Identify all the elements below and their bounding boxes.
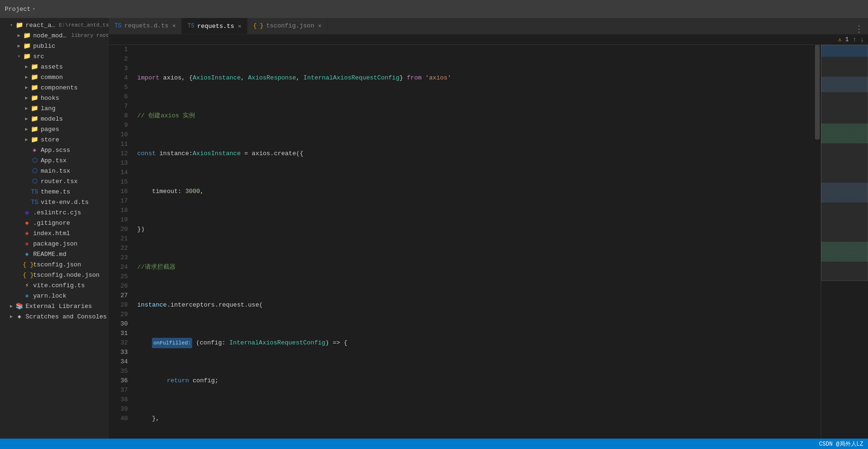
sidebar-item-store[interactable]: ▶ 📁 store bbox=[0, 134, 109, 145]
md-icon: ◈ bbox=[23, 250, 31, 258]
tab-requets-d-ts[interactable]: TS requets.d.ts ✕ bbox=[109, 18, 182, 34]
sidebar-item-label: vite.config.ts bbox=[33, 282, 85, 289]
tab-close-button[interactable]: ✕ bbox=[172, 22, 176, 29]
line-num-30: 30 bbox=[111, 319, 128, 329]
sidebar-item-models[interactable]: ▶ 📁 models bbox=[0, 114, 109, 124]
var-instance: instance bbox=[137, 300, 167, 310]
sidebar-item-label: .gitignore bbox=[33, 220, 70, 227]
sidebar-item-main-tsx[interactable]: ▶ ⬡ main.tsx bbox=[0, 166, 109, 176]
sidebar-item-label: react_antd_ts bbox=[26, 22, 56, 29]
line-num-4: 4 bbox=[111, 73, 128, 83]
sidebar-item-external-libraries[interactable]: ▶ 📚 External Libraries bbox=[0, 301, 109, 311]
json-icon: { } bbox=[23, 272, 31, 279]
tab-tsconfig-json[interactable]: { } tsconfig.json ✕ bbox=[248, 18, 328, 34]
watermark-text: CSDN @局外人LZ bbox=[819, 440, 863, 448]
sidebar-item-label: assets bbox=[41, 63, 63, 70]
tab-requets-ts[interactable]: TS requets.ts ✕ bbox=[182, 18, 248, 34]
sidebar-item-src[interactable]: ▾ 📁 src bbox=[0, 51, 109, 62]
sidebar-item-index-html[interactable]: ▶ ◈ index.html bbox=[0, 228, 109, 238]
sidebar-item-hooks[interactable]: ▶ 📁 hooks bbox=[0, 93, 109, 103]
tab-label: requets.d.ts bbox=[124, 22, 168, 29]
line-num-2: 2 bbox=[111, 54, 128, 64]
arrow-icon: ▶ bbox=[15, 43, 23, 49]
code-container[interactable]: 1 2 3 4 5 6 7 8 9 10 11 12 13 14 15 16 1 bbox=[109, 45, 814, 439]
tsx-icon: ⬡ bbox=[30, 167, 39, 175]
project-title[interactable]: Project ▾ bbox=[5, 6, 35, 13]
sidebar-item-scratches[interactable]: ▶ ◈ Scratches and Consoles bbox=[0, 311, 109, 322]
sidebar-item-pages[interactable]: ▶ 📁 pages bbox=[0, 124, 109, 134]
project-label: Project bbox=[5, 6, 31, 13]
eslint-icon: ◉ bbox=[23, 209, 31, 216]
sidebar-item-vite-env[interactable]: ▶ TS vite-env.d.ts bbox=[0, 197, 109, 207]
sidebar-item-app-tsx[interactable]: ▶ ⬡ App.tsx bbox=[0, 155, 109, 166]
sidebar-item-eslintrc[interactable]: ▶ ◉ .eslintrc.cjs bbox=[0, 207, 109, 218]
tabs-bar: TS requets.d.ts ✕ TS requets.ts ✕ { } ts… bbox=[109, 18, 868, 35]
code-content[interactable]: import axios, {AxiosInstance, AxiosRespo… bbox=[133, 45, 814, 439]
arrow-icon: ▾ bbox=[8, 22, 15, 28]
sidebar-item-gitignore[interactable]: ▶ ◆ .gitignore bbox=[0, 218, 109, 228]
line-num-37: 37 bbox=[111, 386, 128, 395]
scrollbar-track[interactable] bbox=[814, 45, 821, 439]
type-axiosinstance: AxiosInstance bbox=[193, 73, 240, 83]
sidebar-item-lang[interactable]: ▶ 📁 lang bbox=[0, 103, 109, 114]
sidebar-item-router-tsx[interactable]: ▶ ⬡ router.tsx bbox=[0, 176, 109, 186]
sidebar-item-vite-config[interactable]: ▶ ⚡ vite.config.ts bbox=[0, 280, 109, 291]
code-line-1: import axios, {AxiosInstance, AxiosRespo… bbox=[137, 73, 814, 83]
line-num-21: 21 bbox=[111, 234, 128, 244]
sidebar-item-yarn-lock[interactable]: ▶ ◈ yarn.lock bbox=[0, 291, 109, 301]
indent4: timeout: bbox=[137, 187, 185, 196]
sidebar-item-label: src bbox=[33, 53, 44, 60]
warning-icon: ⚠ bbox=[838, 36, 841, 43]
sidebar-item-package-json[interactable]: ▶ ◈ package.json bbox=[0, 238, 109, 249]
kw-import: import bbox=[137, 73, 159, 83]
sidebar-item-theme-ts[interactable]: ▶ TS theme.ts bbox=[0, 186, 109, 197]
tab-label: tsconfig.json bbox=[266, 22, 314, 29]
sidebar-item-label: Scratches and Consoles bbox=[26, 313, 107, 320]
sidebar-item-app-scss[interactable]: ▶ ◈ App.scss bbox=[0, 145, 109, 155]
editor-area: 1 2 3 4 5 6 7 8 9 10 11 12 13 14 15 16 1 bbox=[109, 45, 868, 439]
plain9: config; bbox=[189, 376, 218, 386]
arrow-icon: ▶ bbox=[23, 126, 30, 132]
type-internalconfig: InternalAxiosRequestConfig bbox=[229, 338, 325, 348]
line-num-9: 9 bbox=[111, 121, 128, 130]
sidebar-item-assets[interactable]: ▶ 📁 assets bbox=[0, 62, 109, 72]
indent9 bbox=[137, 376, 167, 386]
sidebar-item-tsconfig-json[interactable]: ▶ { } tsconfig.json bbox=[0, 259, 109, 270]
arrow-icon: ▶ bbox=[23, 74, 30, 80]
plain: instance: bbox=[156, 149, 193, 158]
vite-icon: ⚡ bbox=[23, 282, 31, 289]
sidebar-item-readme[interactable]: ▶ ◈ README.md bbox=[0, 249, 109, 259]
line-num-5: 5 bbox=[111, 83, 128, 92]
line-num-27: 27 bbox=[111, 291, 128, 300]
folder-purple-icon: 📁 bbox=[30, 136, 39, 143]
plain10: }, bbox=[137, 414, 159, 423]
pkg-icon: ◈ bbox=[23, 240, 31, 247]
line-num-18: 18 bbox=[111, 206, 128, 215]
tab-close-button[interactable]: ✕ bbox=[238, 23, 241, 30]
more-tabs-button[interactable]: ⋮ bbox=[850, 24, 868, 34]
sidebar-item-label: theme.ts bbox=[41, 188, 70, 195]
scrollbar-thumb[interactable] bbox=[815, 45, 820, 140]
line-num-32: 32 bbox=[111, 338, 128, 348]
sidebar-item-common[interactable]: ▶ 📁 common bbox=[0, 72, 109, 82]
sidebar-item-label: index.html bbox=[33, 230, 70, 237]
line-num-1: 1 bbox=[111, 45, 128, 54]
line-num-10: 10 bbox=[111, 130, 128, 140]
line-num-29: 29 bbox=[111, 310, 128, 319]
nav-up-button[interactable]: ↑ bbox=[852, 36, 856, 44]
minimap[interactable] bbox=[821, 45, 868, 439]
warning-count: 1 bbox=[845, 36, 849, 43]
folder-purple-icon: 📁 bbox=[30, 105, 39, 112]
tab-close-button[interactable]: ✕ bbox=[318, 22, 321, 29]
sidebar-item-components[interactable]: ▶ 📁 components bbox=[0, 82, 109, 93]
sidebar-item-root[interactable]: ▾ 📁 react_antd_ts E:\react_antd_ts bbox=[0, 20, 109, 30]
line-num-31: 31 bbox=[111, 329, 128, 338]
sidebar-item-public[interactable]: ▶ 📁 public bbox=[0, 41, 109, 51]
plain5: }) bbox=[137, 225, 145, 234]
code-line-2: // 创建axios 实例 bbox=[137, 111, 814, 121]
nav-down-button[interactable]: ↓ bbox=[860, 36, 864, 44]
main-layout: ▾ 📁 react_antd_ts E:\react_antd_ts ▶ 📁 n… bbox=[0, 18, 868, 439]
sidebar-item-tsconfig-node-json[interactable]: ▶ { } tsconfig.node.json bbox=[0, 270, 109, 280]
plain: , bbox=[200, 187, 204, 196]
sidebar-item-node-modules[interactable]: ▶ 📁 node_modules library root bbox=[0, 30, 109, 41]
